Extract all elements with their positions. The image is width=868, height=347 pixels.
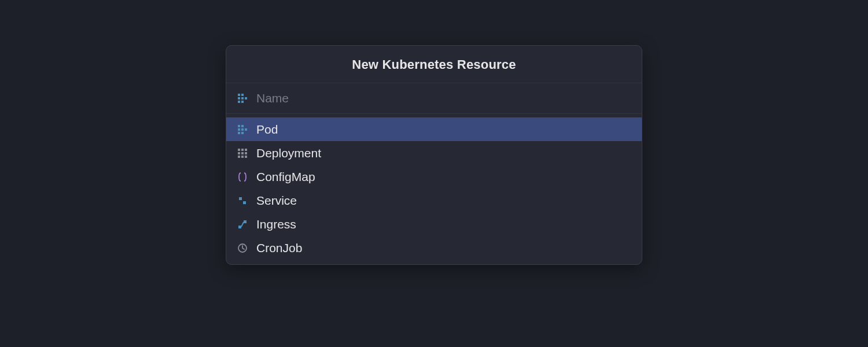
name-input[interactable] (256, 91, 631, 105)
svg-rect-23 (239, 197, 242, 200)
dialog-title: New Kubernetes Resource (226, 57, 642, 72)
svg-rect-9 (238, 128, 240, 131)
resource-item-label: Service (256, 194, 297, 206)
svg-rect-22 (245, 156, 247, 158)
cronjob-icon (237, 242, 248, 254)
ingress-icon (237, 219, 248, 230)
resource-item-label: ConfigMap (256, 171, 315, 183)
svg-rect-21 (241, 156, 244, 158)
resource-item-pod[interactable]: Pod (226, 117, 642, 141)
resource-item-label: Ingress (256, 218, 296, 230)
svg-rect-13 (241, 132, 244, 134)
name-input-row (226, 83, 642, 114)
resource-item-service[interactable]: Service (226, 189, 642, 212)
resource-type-list: Pod Deployment ConfigMap (226, 114, 642, 264)
resource-item-configmap[interactable]: ConfigMap (226, 165, 642, 189)
svg-rect-4 (245, 97, 247, 99)
svg-rect-11 (245, 128, 247, 131)
svg-rect-7 (238, 125, 240, 127)
pod-icon (237, 124, 248, 135)
svg-rect-3 (241, 97, 244, 99)
svg-rect-24 (243, 201, 246, 204)
svg-rect-6 (241, 101, 244, 103)
svg-rect-17 (238, 152, 240, 154)
resource-item-ingress[interactable]: Ingress (226, 212, 642, 236)
configmap-icon (237, 171, 248, 183)
svg-rect-25 (238, 226, 241, 228)
svg-rect-15 (241, 149, 244, 151)
svg-rect-8 (241, 125, 244, 127)
svg-rect-10 (241, 128, 244, 131)
pod-icon (237, 93, 248, 104)
resource-item-label: Deployment (256, 147, 321, 159)
resource-item-label: Pod (256, 123, 278, 135)
svg-rect-18 (241, 152, 244, 154)
svg-rect-19 (245, 152, 247, 154)
svg-rect-0 (238, 94, 240, 96)
svg-rect-20 (238, 156, 240, 158)
dialog-header: New Kubernetes Resource (226, 46, 642, 83)
svg-rect-1 (241, 94, 244, 96)
deployment-icon (237, 147, 248, 159)
svg-rect-26 (244, 220, 247, 223)
resource-item-deployment[interactable]: Deployment (226, 141, 642, 165)
resource-item-label: CronJob (256, 242, 302, 254)
svg-rect-14 (238, 149, 240, 151)
resource-item-cronjob[interactable]: CronJob (226, 236, 642, 260)
svg-rect-12 (238, 132, 240, 134)
service-icon (237, 195, 248, 206)
svg-rect-2 (238, 97, 240, 99)
svg-rect-5 (238, 101, 240, 103)
new-resource-dialog: New Kubernetes Resource (226, 45, 642, 265)
svg-rect-16 (245, 149, 247, 151)
